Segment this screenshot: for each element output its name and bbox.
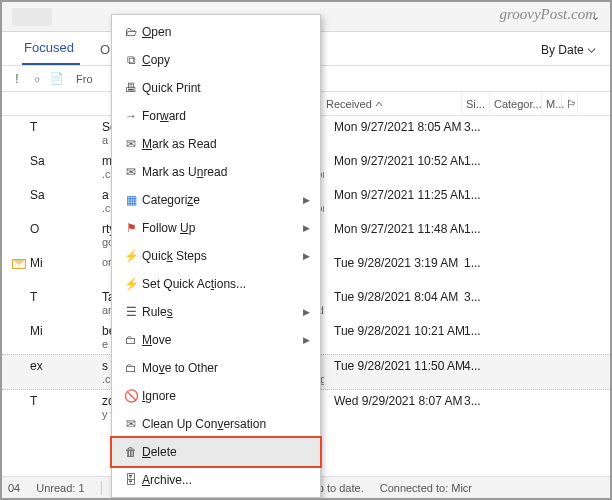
size: 1... <box>464 222 492 236</box>
received-date: Mon 9/27/2021 8:05 AM <box>334 120 464 134</box>
received-date: Tue 9/28/2021 3:19 AM <box>334 256 464 270</box>
size: 1... <box>464 324 492 338</box>
menu-clean-up[interactable]: ✉Clean Up Conversation <box>112 410 320 438</box>
menu-rules[interactable]: ☰Rules▶ <box>112 298 320 326</box>
received-date: Tue 9/28/2021 8:04 AM <box>334 290 464 304</box>
menu-forward[interactable]: →Forward <box>112 102 320 130</box>
size-column-header[interactable]: Si... <box>462 92 490 115</box>
menu-archive[interactable]: 🗄Archive... <box>112 466 320 494</box>
menu-set-quick-actions[interactable]: ⚡Set Quick Actions... <box>112 270 320 298</box>
status-items: 04 <box>8 482 20 494</box>
menu-mark-read[interactable]: ✉Mark as Read <box>112 130 320 158</box>
size: 1... <box>464 188 492 202</box>
ignore-icon: 🚫 <box>120 389 142 403</box>
quick-actions-icon: ⚡ <box>120 277 142 291</box>
menu-move-to-other[interactable]: 🗀Move to Other <box>112 354 320 382</box>
categories-column-header[interactable]: Categor... <box>490 92 542 115</box>
menu-delete[interactable]: 🗑Delete <box>112 438 320 466</box>
received-date: Tue 9/28/2021 10:21 AM <box>334 324 464 338</box>
sender: T <box>30 120 102 134</box>
received-column-header[interactable]: Received <box>322 92 462 115</box>
ribbon-placeholder <box>12 8 52 26</box>
envelope-read-icon: ✉ <box>120 137 142 151</box>
clean-up-icon: ✉ <box>120 417 142 431</box>
sender: Mi <box>30 324 102 338</box>
chevron-down-icon <box>587 46 596 55</box>
sender: ex <box>30 359 102 373</box>
submenu-arrow-icon: ▶ <box>303 223 310 233</box>
flag-icon: ⚑ <box>120 221 142 235</box>
sender: T <box>30 290 102 304</box>
menu-quick-print[interactable]: 🖶Quick Print <box>112 74 320 102</box>
submenu-arrow-icon: ▶ <box>303 251 310 261</box>
delete-icon: 🗑 <box>120 445 142 459</box>
received-date: Mon 9/27/2021 11:48 AM <box>334 222 464 236</box>
rules-icon: ☰ <box>120 305 142 319</box>
size: 3... <box>464 290 492 304</box>
quick-steps-icon: ⚡ <box>120 249 142 263</box>
menu-categorize[interactable]: ▦Categorize▶ <box>112 186 320 214</box>
move-folder-icon: 🗀 <box>120 333 142 347</box>
size: 1... <box>464 256 492 270</box>
tab-focused[interactable]: Focused <box>22 32 80 65</box>
sort-asc-icon <box>375 100 383 108</box>
received-date: Tue 9/28/2021 11:50 AM <box>334 359 464 373</box>
sender: O <box>30 222 102 236</box>
received-date: Mon 9/27/2021 10:52 AM <box>334 154 464 168</box>
unread-envelope-icon <box>12 259 26 269</box>
sender: Mi <box>30 256 102 270</box>
archive-icon: 🗄 <box>120 473 142 487</box>
menu-quick-steps[interactable]: ⚡Quick Steps▶ <box>112 242 320 270</box>
reminder-column-icon[interactable]: ☼ <box>28 70 46 88</box>
open-folder-icon: 🗁 <box>120 25 142 39</box>
menu-copy[interactable]: ⧉Copy <box>112 46 320 74</box>
status-connected: Connected to: Micr <box>380 482 472 494</box>
sender: T <box>30 394 102 408</box>
submenu-arrow-icon: ▶ <box>303 195 310 205</box>
size: 4... <box>464 359 492 373</box>
size: 1... <box>464 154 492 168</box>
print-icon: 🖶 <box>120 81 142 95</box>
submenu-arrow-icon: ▶ <box>303 307 310 317</box>
copy-icon: ⧉ <box>120 53 142 67</box>
received-date: Mon 9/27/2021 11:25 AM <box>334 188 464 202</box>
menu-follow-up[interactable]: ⚑Follow Up▶ <box>112 214 320 242</box>
from-column-header[interactable]: Fro <box>76 73 93 85</box>
categorize-icon: ▦ <box>120 193 142 207</box>
flag-column-header[interactable]: 🏳 <box>562 92 578 115</box>
status-unread: Unread: 1 <box>36 482 84 494</box>
importance-column-icon[interactable]: ! <box>8 70 26 88</box>
sender: Sa <box>30 188 102 202</box>
move-other-icon: 🗀 <box>120 361 142 375</box>
ribbon-overflow[interactable]: ⌄ <box>591 10 600 23</box>
mention-column-header[interactable]: M... <box>542 92 562 115</box>
context-menu: 🗁OOpenpen ⧉Copy 🖶Quick Print →Forward ✉M… <box>111 14 321 498</box>
sort-by-date[interactable]: By Date <box>541 43 610 65</box>
envelope-unread-icon: ✉ <box>120 165 142 179</box>
menu-ignore[interactable]: 🚫Ignore <box>112 382 320 410</box>
size: 3... <box>464 120 492 134</box>
attachment-column-icon[interactable]: 📄 <box>48 70 66 88</box>
sort-label: By Date <box>541 43 584 57</box>
sender: Sa <box>30 154 102 168</box>
status-separator <box>101 481 102 495</box>
received-date: Wed 9/29/2021 8:07 AM <box>334 394 464 408</box>
menu-move[interactable]: 🗀Move▶ <box>112 326 320 354</box>
menu-mark-unread[interactable]: ✉Mark as Unread <box>112 158 320 186</box>
submenu-arrow-icon: ▶ <box>303 335 310 345</box>
size: 3... <box>464 394 492 408</box>
forward-icon: → <box>120 109 142 123</box>
menu-open[interactable]: 🗁OOpenpen <box>112 18 320 46</box>
